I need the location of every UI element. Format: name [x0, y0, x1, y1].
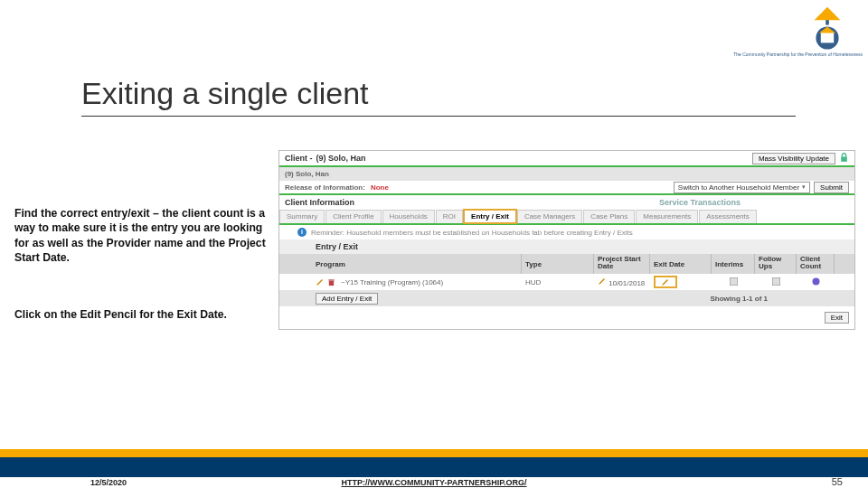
add-entry-exit-button[interactable]: Add Entry / Exit — [316, 293, 378, 305]
chevron-down-icon: ▾ — [802, 183, 806, 191]
col-exit-date: Exit Date — [650, 254, 712, 274]
mass-visibility-button[interactable]: Mass Visibility Update — [752, 153, 835, 164]
title-underline — [81, 116, 796, 117]
edit-exit-pencil-icon[interactable] — [661, 277, 670, 286]
client-count-icon[interactable] — [812, 279, 820, 287]
reminder-row: i Reminder: Household members must be es… — [279, 225, 854, 239]
pagination-text: Showing 1-1 of 1 — [710, 295, 768, 303]
row-type: HUD — [522, 277, 594, 288]
org-logo — [803, 5, 852, 54]
tab-measurements[interactable]: Measurements — [636, 210, 698, 223]
delete-icon[interactable] — [327, 278, 335, 286]
followups-indicator-icon[interactable] — [772, 279, 780, 287]
subheader-name: (9) Solo, Han — [285, 170, 329, 178]
client-header: Client - (9) Solo, Han Mass Visibility U… — [279, 151, 854, 167]
release-value: None — [371, 183, 389, 192]
tab-client-profile[interactable]: Client Profile — [326, 210, 381, 223]
instruction-paragraph-2: Click on the Edit Pencil for the Exit Da… — [14, 307, 268, 322]
row-start-date: 10/01/2018 — [609, 279, 645, 287]
table-row: ~Y15 Training (Program) (1064) HUD 10/01… — [279, 274, 854, 290]
exit-date-edit-highlight — [654, 276, 677, 288]
switch-household-label: Switch to Another Household Member — [678, 183, 799, 192]
svg-rect-3 — [821, 32, 834, 43]
edit-start-pencil-icon[interactable] — [598, 277, 607, 286]
panel-footer: Exit — [279, 306, 854, 329]
table-footer-row: Add Entry / Exit Showing 1-1 of 1 — [279, 290, 854, 306]
switch-household-dropdown[interactable]: Switch to Another Household Member ▾ — [674, 182, 810, 193]
exit-button[interactable]: Exit — [825, 312, 849, 324]
col-start-date: Project StartDate — [594, 254, 650, 274]
svg-rect-9 — [772, 277, 780, 286]
lock-icon — [839, 153, 849, 164]
client-label: Client - — [285, 154, 313, 163]
entry-exit-section-header: Entry / Exit — [279, 239, 854, 254]
info-icon: i — [297, 228, 307, 237]
svg-rect-6 — [329, 280, 334, 285]
svg-rect-8 — [730, 277, 738, 286]
footer-page-number: 55 — [832, 476, 843, 487]
reminder-text: Reminder: Household members must be esta… — [311, 229, 633, 237]
tab-case-plans[interactable]: Case Plans — [583, 210, 635, 223]
col-client-count: ClientCount — [797, 254, 835, 274]
row-program: ~Y15 Training (Program) (1064) — [341, 278, 443, 286]
table-header: Program Type Project StartDate Exit Date… — [279, 254, 854, 274]
col-program: Program — [279, 254, 522, 274]
instruction-paragraph-1: Find the correct entry/exit – the client… — [14, 206, 268, 266]
svg-rect-7 — [328, 279, 334, 280]
tab-households[interactable]: Households — [382, 210, 435, 223]
section-headings: Client Information Service Transactions — [279, 195, 854, 210]
client-subheader: (9) Solo, Han — [279, 167, 854, 181]
interims-indicator-icon[interactable] — [730, 279, 738, 287]
submit-button[interactable]: Submit — [814, 182, 849, 193]
tab-bar: Summary Client Profile Households ROI En… — [279, 210, 854, 225]
tab-summary[interactable]: Summary — [279, 210, 325, 223]
svg-point-10 — [812, 277, 819, 285]
col-interims: Interims — [712, 254, 755, 274]
slide-footer-bar — [0, 449, 868, 477]
slide-title: Exiting a single client — [81, 76, 369, 111]
tab-entry-exit[interactable]: Entry / Exit — [464, 210, 516, 223]
logo-caption: The Community Partnership for the Preven… — [733, 52, 863, 58]
edit-pencil-icon[interactable] — [316, 277, 325, 286]
svg-rect-5 — [841, 156, 847, 162]
tab-assessments[interactable]: Assessments — [699, 210, 757, 223]
client-name: (9) Solo, Han — [316, 154, 366, 163]
release-label: Release of Information: — [285, 183, 365, 192]
service-transactions-heading: Service Transactions — [659, 198, 741, 207]
footer-link[interactable]: HTTP://WWW.COMMUNITY-PARTNERSHIP.ORG/ — [0, 478, 868, 487]
client-information-heading: Client Information — [285, 198, 354, 207]
col-type: Type — [522, 254, 594, 274]
svg-marker-1 — [815, 7, 841, 20]
tab-case-managers[interactable]: Case Managers — [517, 210, 582, 223]
release-row: Release of Information: None Switch to A… — [279, 181, 854, 195]
tab-roi[interactable]: ROI — [436, 210, 463, 223]
col-followups: FollowUps — [755, 254, 797, 274]
app-screenshot: Client - (9) Solo, Han Mass Visibility U… — [278, 150, 855, 330]
